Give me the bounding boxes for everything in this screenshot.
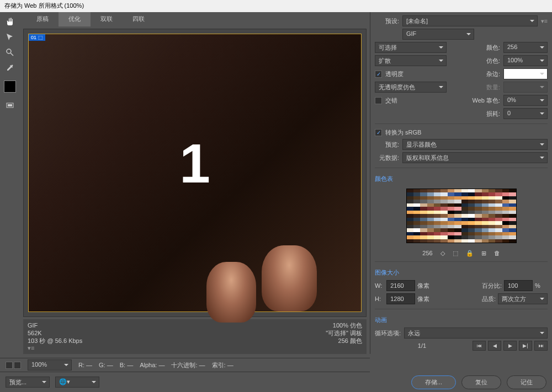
status-index: 索引: —: [212, 361, 233, 369]
frame-indicator: 1/1: [375, 342, 469, 349]
status-toggle-2[interactable]: [14, 362, 21, 369]
panel-menu-icon[interactable]: ▾≡: [541, 18, 548, 25]
loop-label: 循环选项:: [375, 329, 401, 337]
zoom-select[interactable]: 100%: [28, 359, 72, 370]
eyedropper-tool[interactable]: [2, 62, 18, 74]
anim-last-button[interactable]: ⏭: [534, 341, 548, 351]
slice-select-tool[interactable]: [2, 31, 18, 43]
height-unit: 像素: [417, 295, 429, 303]
dither-amount-select[interactable]: 100%: [503, 55, 548, 66]
svg-rect-2: [8, 104, 12, 106]
percent-unit: %: [535, 282, 540, 289]
left-toolbar: [0, 12, 20, 354]
tab-2up[interactable]: 双联: [91, 12, 123, 26]
width-unit: 像素: [417, 282, 429, 290]
animation-title: 动画: [375, 316, 548, 324]
preview-area[interactable]: 01 ⬚ 1: [23, 29, 367, 317]
srgb-label: 转换为 sRGB: [385, 128, 421, 137]
status-bar: 100% R: — G: — B: — Alpha: — 十六进制: — 索引:…: [0, 358, 370, 372]
color-table-title: 颜色表: [375, 175, 548, 183]
status-hex: 十六进制: —: [171, 361, 205, 369]
websnap-select[interactable]: 0%: [503, 95, 548, 106]
remember-button[interactable]: 记住: [507, 375, 546, 389]
dither-select[interactable]: 扩散: [375, 55, 447, 66]
color-swatch[interactable]: [4, 80, 16, 93]
window-title: 存储为 Web 所用格式 (100%): [0, 0, 552, 12]
metadata-select[interactable]: 版权和联系信息: [402, 152, 548, 163]
view-tabs: 原稿 优化 双联 四联: [20, 12, 370, 26]
info-time: 103 秒 @ 56.6 Kbps: [28, 337, 82, 345]
dither-amount-label: 仿色:: [476, 57, 500, 65]
info-dither: 100% 仿色: [326, 321, 362, 329]
metadata-label: 元数据:: [375, 154, 399, 162]
width-input[interactable]: [386, 280, 415, 291]
tab-original[interactable]: 原稿: [26, 12, 59, 26]
palette-lock-icon[interactable]: 🔒: [466, 250, 474, 257]
websnap-label: Web 靠色:: [472, 96, 500, 105]
width-label: W:: [375, 282, 382, 289]
lossy-label: 损耗:: [476, 110, 500, 118]
save-button[interactable]: 存储...: [411, 375, 456, 389]
browser-preview-button[interactable]: 🌐▾: [55, 377, 99, 388]
interlace-label: 交错: [385, 96, 397, 105]
preview-profile-label: 预览:: [375, 141, 399, 149]
hand-tool[interactable]: [2, 15, 18, 28]
preview-profile-select[interactable]: 显示器颜色: [402, 139, 548, 150]
anim-play-button[interactable]: ▶: [503, 341, 517, 351]
colors-select[interactable]: 256: [503, 42, 548, 53]
trans-amount-select: [503, 82, 548, 93]
slice-badge: 01 ⬚: [29, 34, 45, 41]
percent-label: 百分比:: [482, 282, 502, 290]
colors-label: 颜色:: [476, 44, 500, 52]
interlace-checkbox[interactable]: [375, 97, 382, 104]
preset-label: 预设:: [375, 17, 399, 25]
color-count: 256: [422, 250, 432, 257]
status-r: R: —: [78, 362, 92, 368]
reduction-select[interactable]: 可选择: [375, 42, 447, 53]
palette-delete-icon[interactable]: 🗑: [494, 250, 500, 257]
tab-4up[interactable]: 四联: [123, 12, 155, 26]
tab-optimized[interactable]: 优化: [59, 12, 91, 26]
loop-select[interactable]: 永远: [404, 327, 548, 339]
color-table[interactable]: [406, 189, 517, 243]
anim-first-button[interactable]: ⏮: [473, 341, 486, 351]
zoom-tool[interactable]: [2, 46, 18, 58]
format-select[interactable]: GIF: [402, 29, 474, 40]
status-alpha: Alpha: —: [140, 362, 164, 368]
overlay-number: 1: [179, 132, 210, 195]
anim-prev-button[interactable]: ◀: [488, 341, 501, 351]
anim-next-button[interactable]: ▶|: [519, 341, 532, 351]
palette-pick-icon[interactable]: ◇: [440, 250, 445, 257]
status-b: B: —: [120, 362, 133, 368]
settings-panel: 预设: [未命名] ▾≡ GIF 可选择 颜色: 256 扩散 仿色: 100%…: [370, 12, 552, 354]
slice-visibility-tool[interactable]: [2, 99, 18, 111]
info-size: 562K: [28, 329, 82, 337]
matte-select[interactable]: [503, 68, 548, 79]
transparency-checkbox[interactable]: [375, 71, 382, 78]
preview-info: GIF 562K 103 秒 @ 56.6 Kbps ▾≡ 100% 仿色 "可…: [23, 319, 367, 354]
info-colors: 256 颜色: [326, 337, 362, 345]
quality-select[interactable]: 两次立方: [498, 293, 548, 304]
svg-point-0: [7, 49, 11, 53]
height-input[interactable]: [386, 293, 415, 304]
matte-label: 杂边:: [476, 70, 500, 78]
palette-new-icon[interactable]: ⊞: [481, 250, 486, 257]
preset-select[interactable]: [未命名]: [402, 15, 538, 26]
info-palette: "可选择" 调板: [326, 329, 362, 337]
quality-label: 品质:: [482, 295, 496, 303]
reset-button[interactable]: 复位: [461, 375, 501, 389]
image-size-title: 图像大小: [375, 269, 548, 277]
preview-button[interactable]: 预览...: [6, 377, 50, 388]
transparency-label: 透明度: [385, 70, 404, 78]
palette-shift-icon[interactable]: ⬚: [453, 250, 458, 257]
percent-input[interactable]: [504, 280, 533, 291]
status-toggle-1[interactable]: [6, 362, 13, 369]
info-menu-icon[interactable]: ▾≡: [28, 345, 34, 351]
height-label: H:: [375, 296, 382, 302]
trans-amount-label: 数量:: [476, 83, 500, 92]
info-format: GIF: [28, 321, 82, 329]
lossy-select[interactable]: 0: [503, 108, 548, 119]
srgb-checkbox[interactable]: [375, 129, 382, 136]
trans-dither-select[interactable]: 无透明度仿色: [375, 82, 447, 93]
status-g: G: —: [99, 362, 113, 368]
